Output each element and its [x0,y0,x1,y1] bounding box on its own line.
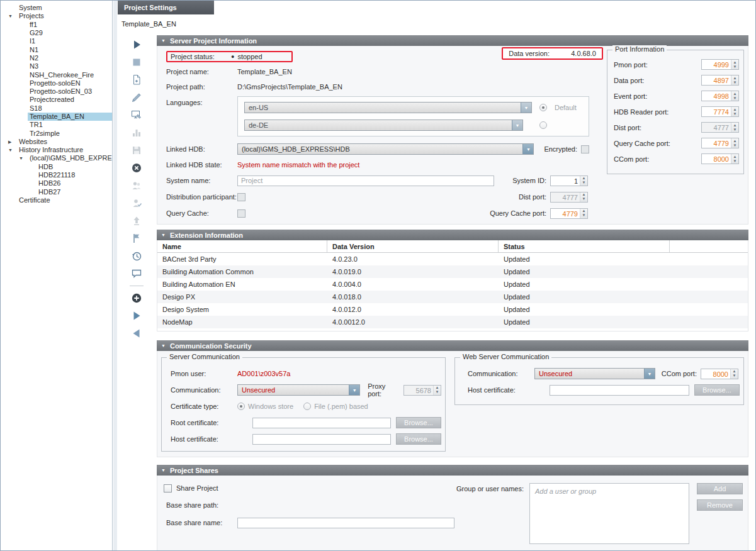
tree-item[interactable]: TR1 [1,121,112,129]
add-icon[interactable] [128,289,145,307]
server-info-header[interactable]: ▼ Server Project Information [157,35,748,46]
tree-item[interactable]: Certificate [1,196,112,204]
port-spinbox[interactable]: 7774 ▲▼ [701,106,739,117]
spinner-buttons[interactable]: ▲▼ [731,107,738,116]
extension-row[interactable]: BACnet 3rd Party 4.0.23.0 Updated [157,253,748,265]
ccom-port-spinbox[interactable]: 8000 ▲▼ [701,369,738,379]
tree-item[interactable]: (local)\GMS_HDB_EXPRESS [1,154,112,162]
language-dropdown[interactable]: en-US ▼ [244,102,532,113]
chart-icon[interactable] [128,124,145,142]
tree-item[interactable]: N3 [1,62,112,70]
tree-item[interactable]: Progetto-soloEN_03 [1,87,112,96]
spinner-buttons[interactable]: ▲▼ [730,369,738,379]
spinner-buttons[interactable]: ▲▼ [731,138,738,148]
delete-icon[interactable] [128,159,145,177]
tree-item[interactable]: Progetto-soloEN [1,79,112,87]
port-spinbox[interactable]: 4999 ▲▼ [701,59,739,70]
spinner-buttons[interactable]: ▲▼ [580,209,587,218]
root-certificate-input[interactable] [252,418,391,428]
display-edit-icon[interactable] [128,106,145,124]
extension-row[interactable]: NodeMap 4.0.0012.0 Updated [157,316,748,328]
tab-project-settings[interactable]: Project Settings [118,1,214,14]
run-icon[interactable] [128,36,145,53]
tree-item[interactable]: G29 [1,29,112,37]
tree-item[interactable]: Tr2simple [1,129,112,137]
web-host-certificate-browse-button[interactable]: Browse... [694,384,740,396]
add-button[interactable]: Add [697,483,743,494]
stop-icon[interactable] [128,53,145,71]
back-icon[interactable] [128,325,145,342]
default-language-radio[interactable] [539,104,547,111]
windows-store-radio[interactable] [237,403,245,410]
tree-expander-icon[interactable] [19,154,28,162]
spinner-buttons[interactable]: ▲▼ [731,154,738,164]
tree-expander-icon[interactable] [8,146,17,154]
language-dropdown[interactable]: de-DE ▼ [244,120,523,131]
pem-file-option[interactable]: File (.pem) based [303,403,368,410]
extension-info-header[interactable]: ▼ Extension Information [157,230,748,240]
column-status[interactable]: Status [499,240,670,252]
tree-item[interactable]: History Infrastructure [1,146,112,154]
windows-store-option[interactable]: Windows store [237,403,293,410]
tree-item[interactable]: Websites [1,138,112,146]
tree-item[interactable]: HDB27 [1,188,112,196]
new-document-icon[interactable] [128,71,145,89]
tree-item[interactable]: ff1 [1,21,112,29]
history-icon[interactable] [128,247,145,265]
tree-expander-icon[interactable] [8,138,17,146]
base-share-name-input[interactable] [237,518,454,528]
spinner-buttons[interactable]: ▲▼ [580,176,587,186]
user-check-icon[interactable] [128,194,145,212]
tree-item[interactable]: HDB [1,163,112,171]
system-name-input[interactable] [237,175,494,186]
spinner-buttons[interactable]: ▲▼ [731,91,738,101]
comm-security-header[interactable]: ▼ Communication Security [157,340,748,351]
tree-item[interactable]: N2 [1,54,112,62]
group-user-names-box[interactable]: Add a user or group [529,483,689,544]
users-icon[interactable] [128,177,145,194]
port-spinbox[interactable]: 4897 ▲▼ [701,75,739,86]
encrypted-checkbox[interactable] [581,145,589,153]
upload-icon[interactable] [128,212,145,230]
query-cache-checkbox[interactable] [237,209,245,218]
system-id-spinbox[interactable]: 1 ▲▼ [550,175,588,186]
extension-row[interactable]: Desigo PX 4.0.018.0 Updated [157,291,748,303]
server-communication-dropdown[interactable]: Unsecured ▼ [237,384,360,396]
tree-item[interactable]: S18 [1,104,112,113]
extension-row[interactable]: Desigo System 4.0.012.0 Updated [157,303,748,316]
port-spinbox[interactable]: 4777 ▲▼ [701,122,739,133]
tree-item[interactable]: Projects [1,12,112,20]
column-name[interactable]: Name [157,240,327,252]
default-language-radio[interactable] [539,121,547,129]
root-certificate-browse-button[interactable]: Browse... [396,417,441,428]
spinner-buttons[interactable]: ▲▼ [731,75,738,85]
tree-item[interactable]: NSH_Cherokee_Fire [1,70,112,79]
extension-row[interactable]: Building Automation EN 4.0.004.0 Updated [157,278,748,291]
tree-item[interactable]: I1 [1,37,112,45]
project-shares-header[interactable]: ▼ Project Shares [157,465,748,476]
pem-file-radio[interactable] [303,403,311,410]
edit-icon[interactable] [128,89,145,106]
spinner-buttons[interactable]: ▲▼ [731,60,738,69]
web-host-certificate-input[interactable] [550,385,689,396]
web-communication-dropdown[interactable]: Unsecured ▼ [534,368,655,379]
forward-icon[interactable] [128,307,145,325]
comment-icon[interactable] [128,265,145,282]
query-cache-port-spinbox[interactable]: 4779 ▲▼ [550,208,588,219]
port-spinbox[interactable]: 4998 ▲▼ [701,91,739,101]
spinner-buttons[interactable]: ▲▼ [731,123,738,132]
extension-row[interactable]: Building Automation Common 4.0.019.0 Upd… [157,265,748,278]
column-data-version[interactable]: Data Version [327,240,499,252]
distribution-participant-checkbox[interactable] [237,193,245,201]
tree-item[interactable]: N1 [1,45,112,53]
share-project-checkbox[interactable] [164,484,172,493]
save-icon[interactable] [128,142,145,159]
port-spinbox[interactable]: 8000 ▲▼ [701,153,739,164]
port-spinbox[interactable]: 4779 ▲▼ [701,138,739,148]
tree-item[interactable]: Projectcreated [1,96,112,104]
remove-button[interactable]: Remove [697,499,743,511]
tree-expander-icon[interactable] [8,12,17,20]
tree-item[interactable]: HDB221118 [1,171,112,179]
tree-item[interactable]: System [1,4,112,12]
flag-icon[interactable] [128,230,145,247]
